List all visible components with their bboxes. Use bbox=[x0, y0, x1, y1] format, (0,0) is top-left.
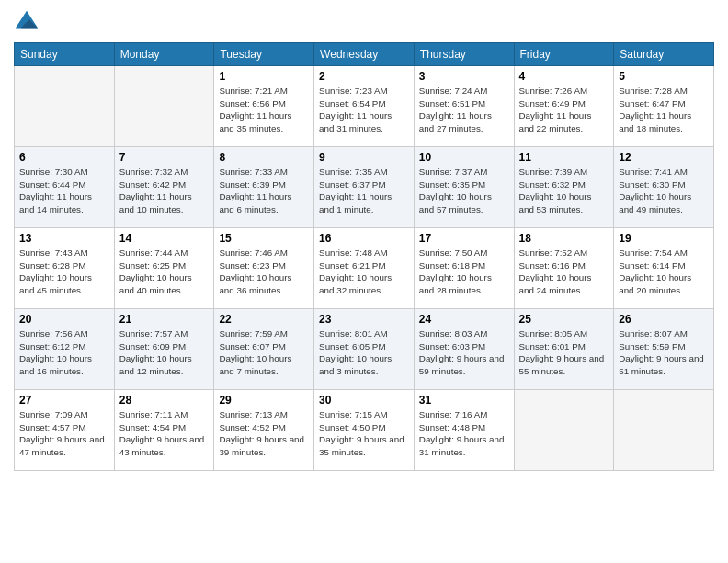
calendar-cell: 17Sunrise: 7:50 AMSunset: 6:18 PMDayligh… bbox=[414, 228, 514, 309]
calendar-cell: 26Sunrise: 8:07 AMSunset: 5:59 PMDayligh… bbox=[614, 309, 714, 390]
calendar-cell bbox=[15, 66, 115, 147]
calendar-week-row: 1Sunrise: 7:21 AMSunset: 6:56 PMDaylight… bbox=[15, 66, 714, 147]
calendar-cell: 28Sunrise: 7:11 AMSunset: 4:54 PMDayligh… bbox=[114, 390, 214, 471]
calendar-cell: 22Sunrise: 7:59 AMSunset: 6:07 PMDayligh… bbox=[214, 309, 314, 390]
day-number: 7 bbox=[119, 151, 210, 164]
day-number: 2 bbox=[319, 70, 409, 83]
day-number: 23 bbox=[319, 313, 409, 326]
day-info: Sunrise: 7:56 AMSunset: 6:12 PMDaylight:… bbox=[19, 327, 109, 378]
calendar-cell: 30Sunrise: 7:15 AMSunset: 4:50 PMDayligh… bbox=[314, 390, 415, 471]
day-info: Sunrise: 7:33 AMSunset: 6:39 PMDaylight:… bbox=[219, 166, 309, 216]
calendar-cell: 12Sunrise: 7:41 AMSunset: 6:30 PMDayligh… bbox=[614, 147, 714, 228]
day-info: Sunrise: 7:41 AMSunset: 6:30 PMDaylight:… bbox=[619, 166, 709, 216]
day-number: 29 bbox=[219, 394, 309, 407]
calendar-cell: 25Sunrise: 8:05 AMSunset: 6:01 PMDayligh… bbox=[514, 309, 614, 390]
logo-icon bbox=[14, 9, 40, 35]
calendar-cell: 23Sunrise: 8:01 AMSunset: 6:05 PMDayligh… bbox=[314, 309, 415, 390]
day-number: 27 bbox=[19, 394, 109, 407]
calendar-cell: 20Sunrise: 7:56 AMSunset: 6:12 PMDayligh… bbox=[15, 309, 115, 390]
day-number: 22 bbox=[219, 313, 309, 326]
calendar-cell: 9Sunrise: 7:35 AMSunset: 6:37 PMDaylight… bbox=[314, 147, 415, 228]
day-info: Sunrise: 7:26 AMSunset: 6:49 PMDaylight:… bbox=[519, 85, 609, 135]
day-number: 18 bbox=[519, 232, 609, 245]
calendar-cell: 14Sunrise: 7:44 AMSunset: 6:25 PMDayligh… bbox=[114, 228, 214, 309]
calendar-cell: 24Sunrise: 8:03 AMSunset: 6:03 PMDayligh… bbox=[414, 309, 514, 390]
day-info: Sunrise: 7:11 AMSunset: 4:54 PMDaylight:… bbox=[119, 408, 210, 459]
day-info: Sunrise: 7:46 AMSunset: 6:23 PMDaylight:… bbox=[219, 247, 309, 297]
day-info: Sunrise: 7:30 AMSunset: 6:44 PMDaylight:… bbox=[19, 166, 109, 216]
weekday-header-tuesday: Tuesday bbox=[214, 43, 314, 66]
day-info: Sunrise: 8:01 AMSunset: 6:05 PMDaylight:… bbox=[319, 327, 409, 378]
day-number: 25 bbox=[519, 313, 609, 326]
calendar-cell: 21Sunrise: 7:57 AMSunset: 6:09 PMDayligh… bbox=[114, 309, 214, 390]
day-number: 10 bbox=[419, 151, 509, 164]
page: SundayMondayTuesdayWednesdayThursdayFrid… bbox=[0, 0, 728, 563]
calendar-cell: 7Sunrise: 7:32 AMSunset: 6:42 PMDaylight… bbox=[114, 147, 214, 228]
weekday-header-row: SundayMondayTuesdayWednesdayThursdayFrid… bbox=[15, 43, 714, 66]
calendar-cell: 29Sunrise: 7:13 AMSunset: 4:52 PMDayligh… bbox=[214, 390, 314, 471]
calendar-cell: 27Sunrise: 7:09 AMSunset: 4:57 PMDayligh… bbox=[15, 390, 115, 471]
day-info: Sunrise: 7:16 AMSunset: 4:48 PMDaylight:… bbox=[419, 408, 509, 459]
day-info: Sunrise: 7:37 AMSunset: 6:35 PMDaylight:… bbox=[419, 166, 509, 216]
weekday-header-monday: Monday bbox=[114, 43, 214, 66]
day-number: 19 bbox=[619, 232, 709, 245]
calendar-cell bbox=[114, 66, 214, 147]
day-info: Sunrise: 7:15 AMSunset: 4:50 PMDaylight:… bbox=[319, 408, 409, 459]
calendar-cell bbox=[614, 390, 714, 471]
header bbox=[14, 9, 714, 35]
calendar-cell: 8Sunrise: 7:33 AMSunset: 6:39 PMDaylight… bbox=[214, 147, 314, 228]
calendar-week-row: 13Sunrise: 7:43 AMSunset: 6:28 PMDayligh… bbox=[15, 228, 714, 309]
day-info: Sunrise: 7:48 AMSunset: 6:21 PMDaylight:… bbox=[319, 247, 409, 297]
calendar-table: SundayMondayTuesdayWednesdayThursdayFrid… bbox=[14, 42, 714, 471]
day-info: Sunrise: 7:39 AMSunset: 6:32 PMDaylight:… bbox=[519, 166, 609, 216]
day-info: Sunrise: 7:44 AMSunset: 6:25 PMDaylight:… bbox=[119, 247, 210, 297]
weekday-header-wednesday: Wednesday bbox=[314, 43, 415, 66]
calendar-week-row: 6Sunrise: 7:30 AMSunset: 6:44 PMDaylight… bbox=[15, 147, 714, 228]
calendar-cell: 3Sunrise: 7:24 AMSunset: 6:51 PMDaylight… bbox=[414, 66, 514, 147]
day-info: Sunrise: 7:24 AMSunset: 6:51 PMDaylight:… bbox=[419, 85, 509, 135]
day-number: 5 bbox=[619, 70, 709, 83]
day-number: 8 bbox=[219, 151, 309, 164]
calendar-cell: 1Sunrise: 7:21 AMSunset: 6:56 PMDaylight… bbox=[214, 66, 314, 147]
day-info: Sunrise: 7:43 AMSunset: 6:28 PMDaylight:… bbox=[19, 247, 109, 297]
weekday-header-sunday: Sunday bbox=[15, 43, 115, 66]
weekday-header-saturday: Saturday bbox=[614, 43, 714, 66]
calendar-week-row: 27Sunrise: 7:09 AMSunset: 4:57 PMDayligh… bbox=[15, 390, 714, 471]
day-number: 6 bbox=[19, 151, 109, 164]
day-number: 14 bbox=[119, 232, 210, 245]
day-number: 11 bbox=[519, 151, 609, 164]
calendar-cell: 13Sunrise: 7:43 AMSunset: 6:28 PMDayligh… bbox=[15, 228, 115, 309]
calendar-cell: 19Sunrise: 7:54 AMSunset: 6:14 PMDayligh… bbox=[614, 228, 714, 309]
day-info: Sunrise: 8:07 AMSunset: 5:59 PMDaylight:… bbox=[619, 327, 709, 378]
day-info: Sunrise: 7:13 AMSunset: 4:52 PMDaylight:… bbox=[219, 408, 309, 459]
day-number: 4 bbox=[519, 70, 609, 83]
calendar-cell: 5Sunrise: 7:28 AMSunset: 6:47 PMDaylight… bbox=[614, 66, 714, 147]
day-number: 24 bbox=[419, 313, 509, 326]
weekday-header-friday: Friday bbox=[514, 43, 614, 66]
day-number: 21 bbox=[119, 313, 210, 326]
calendar-cell: 6Sunrise: 7:30 AMSunset: 6:44 PMDaylight… bbox=[15, 147, 115, 228]
day-number: 20 bbox=[19, 313, 109, 326]
day-info: Sunrise: 8:05 AMSunset: 6:01 PMDaylight:… bbox=[519, 327, 609, 378]
calendar-cell: 15Sunrise: 7:46 AMSunset: 6:23 PMDayligh… bbox=[214, 228, 314, 309]
day-info: Sunrise: 7:28 AMSunset: 6:47 PMDaylight:… bbox=[619, 85, 709, 135]
day-info: Sunrise: 7:23 AMSunset: 6:54 PMDaylight:… bbox=[319, 85, 409, 135]
day-info: Sunrise: 7:50 AMSunset: 6:18 PMDaylight:… bbox=[419, 247, 509, 297]
day-info: Sunrise: 7:35 AMSunset: 6:37 PMDaylight:… bbox=[319, 166, 409, 216]
calendar-cell: 16Sunrise: 7:48 AMSunset: 6:21 PMDayligh… bbox=[314, 228, 415, 309]
calendar-week-row: 20Sunrise: 7:56 AMSunset: 6:12 PMDayligh… bbox=[15, 309, 714, 390]
day-number: 1 bbox=[219, 70, 309, 83]
day-info: Sunrise: 7:21 AMSunset: 6:56 PMDaylight:… bbox=[219, 85, 309, 135]
day-number: 28 bbox=[119, 394, 210, 407]
day-number: 9 bbox=[319, 151, 409, 164]
weekday-header-thursday: Thursday bbox=[414, 43, 514, 66]
calendar-cell bbox=[514, 390, 614, 471]
calendar-cell: 18Sunrise: 7:52 AMSunset: 6:16 PMDayligh… bbox=[514, 228, 614, 309]
calendar-cell: 10Sunrise: 7:37 AMSunset: 6:35 PMDayligh… bbox=[414, 147, 514, 228]
day-number: 17 bbox=[419, 232, 509, 245]
day-number: 30 bbox=[319, 394, 409, 407]
day-number: 3 bbox=[419, 70, 509, 83]
day-number: 16 bbox=[319, 232, 409, 245]
day-number: 15 bbox=[219, 232, 309, 245]
calendar-cell: 4Sunrise: 7:26 AMSunset: 6:49 PMDaylight… bbox=[514, 66, 614, 147]
